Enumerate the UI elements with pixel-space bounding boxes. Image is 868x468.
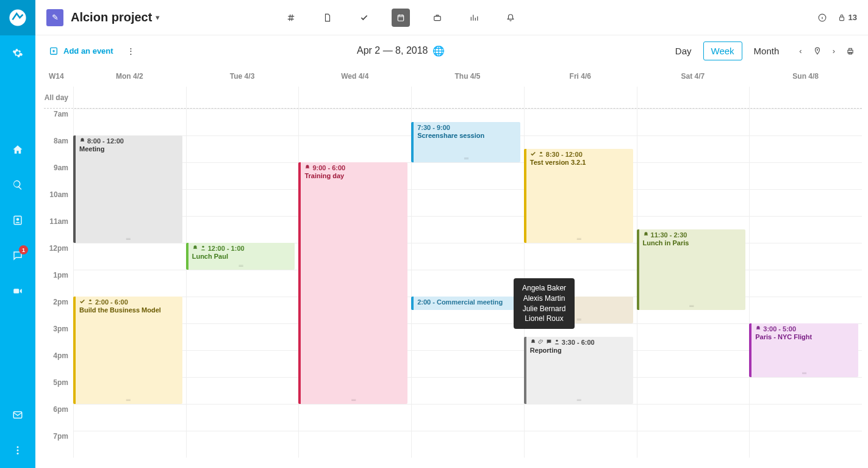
view-week[interactable]: Week	[703, 41, 742, 60]
kebab-icon[interactable]: ⋮	[127, 46, 135, 56]
briefcase-icon[interactable]	[428, 9, 447, 27]
subbar: Add an event ⋮ Apr 2 — 8, 2018 🌐 Day Wee…	[35, 35, 868, 66]
hour-label: 9am	[44, 162, 73, 189]
member-count-value: 13	[848, 13, 857, 22]
add-event-label: Add an event	[63, 46, 113, 56]
svg-point-17	[89, 300, 91, 301]
topbar: ✎ Alcion project ▾ 13	[35, 0, 868, 35]
chevron-down-icon[interactable]: ▾	[156, 13, 160, 22]
home-icon[interactable]	[0, 132, 35, 167]
event-meeting[interactable]: 8:00 - 12:00Meeting═	[73, 135, 182, 243]
event-screenshare[interactable]: 7:30 - 9:00Screenshare session═	[411, 122, 520, 162]
event-title: Training day	[304, 172, 404, 179]
drag-handle-icon[interactable]: ═	[239, 262, 245, 269]
event-time: 2:00 - 6:00	[95, 298, 128, 306]
svg-point-18	[202, 246, 204, 248]
event-title: Lunch in Paris	[643, 239, 742, 247]
hour-label: 1pm	[44, 270, 73, 297]
view-day[interactable]: Day	[667, 41, 700, 60]
file-icon[interactable]	[318, 9, 337, 27]
drag-handle-icon[interactable]: ═	[464, 155, 470, 162]
svg-point-0	[9, 9, 26, 26]
info-icon[interactable]	[818, 13, 827, 23]
contacts-icon[interactable]	[0, 203, 35, 238]
allday-label: All day	[44, 93, 73, 102]
allday-row: All day	[44, 87, 862, 109]
drag-handle-icon[interactable]: ═	[577, 316, 583, 323]
event-time: 12:00 - 1:00	[208, 245, 245, 252]
allday-slot[interactable]	[186, 87, 299, 108]
search-icon[interactable]	[0, 167, 35, 203]
project-icon[interactable]: ✎	[46, 9, 63, 26]
svg-point-6	[17, 450, 19, 452]
chat-icon[interactable]: 1	[0, 238, 35, 273]
allday-slot[interactable]	[524, 87, 637, 108]
video-icon[interactable]	[0, 273, 35, 309]
drag-handle-icon[interactable]: ═	[802, 370, 808, 376]
drag-handle-icon[interactable]: ═	[689, 303, 695, 309]
event-training[interactable]: 9:00 - 6:00Training day═	[298, 162, 407, 404]
event-title: Build the Business Model	[79, 306, 179, 314]
day-header: Sat 4/7	[637, 72, 750, 81]
calendar-icon[interactable]	[392, 9, 410, 27]
drag-handle-icon[interactable]: ═	[126, 397, 132, 403]
mail-icon[interactable]	[0, 397, 35, 433]
gear-icon[interactable]	[0, 35, 35, 71]
svg-rect-11	[839, 16, 844, 20]
hour-label: 10am	[44, 189, 73, 216]
svg-rect-9	[434, 16, 441, 20]
allday-slot[interactable]	[749, 87, 862, 108]
drag-handle-icon[interactable]: ═	[351, 397, 357, 403]
view-month[interactable]: Month	[746, 41, 787, 60]
stats-icon[interactable]	[465, 9, 483, 27]
allday-slot[interactable]	[73, 87, 186, 108]
event-reporting[interactable]: 3:30 - 6:00Reporting═	[524, 337, 633, 404]
event-time: 3:00 - 5:00	[763, 325, 796, 333]
drag-handle-icon[interactable]: ═	[577, 397, 583, 403]
event-test_version[interactable]: 8:30 - 12:00Test version 3.2.1═	[524, 149, 633, 243]
drag-handle-icon[interactable]: ═	[577, 236, 583, 242]
event-biz_model[interactable]: 2:00 - 6:00Build the Business Model═	[73, 297, 182, 404]
allday-slot[interactable]	[411, 87, 524, 108]
drag-handle-icon[interactable]: ═	[126, 236, 132, 242]
more-icon[interactable]	[0, 433, 35, 468]
event-lunch_paris[interactable]: 11:30 - 2:30Lunch in Paris═	[637, 229, 746, 310]
event-time: 3:30 - 6:00	[562, 339, 595, 346]
allday-slot[interactable]	[298, 87, 411, 108]
date-range-text: Apr 2 — 8, 2018	[357, 45, 428, 56]
svg-rect-8	[398, 15, 404, 20]
svg-point-21	[556, 340, 558, 342]
hash-icon[interactable]	[282, 9, 300, 27]
event-lunch_paul[interactable]: 12:00 - 1:00Lunch Paul═	[186, 243, 295, 270]
member-count[interactable]: 13	[838, 13, 857, 22]
next-icon[interactable]: ›	[833, 46, 835, 56]
bell-icon[interactable]	[501, 9, 520, 27]
hour-label: 11am	[44, 216, 73, 243]
event-title: Lunch Paul	[192, 253, 292, 260]
svg-rect-3	[13, 289, 19, 293]
globe-icon[interactable]: 🌐	[432, 45, 445, 57]
allday-slot[interactable]	[637, 87, 750, 108]
pin-icon[interactable]	[813, 46, 822, 56]
add-event-button[interactable]: Add an event	[49, 46, 113, 56]
project-title[interactable]: Alcion project	[71, 10, 152, 24]
app-logo[interactable]	[0, 0, 35, 35]
hour-label: 5pm	[44, 377, 73, 404]
hour-label: 7am	[44, 109, 73, 135]
event-paris_flight[interactable]: 3:00 - 5:00Paris - NYC Flight═	[749, 323, 858, 377]
hour-label: 12pm	[44, 243, 73, 270]
check-icon[interactable]	[355, 9, 373, 27]
event-title: Meeting	[79, 145, 179, 153]
week-number: W14	[44, 72, 73, 81]
day-header: Mon 4/2	[73, 72, 186, 81]
hour-label: 6pm	[44, 404, 73, 431]
event-title: Screenshare session	[417, 132, 517, 139]
print-icon[interactable]	[846, 46, 855, 56]
nav-icons	[282, 9, 520, 27]
svg-point-7	[17, 453, 19, 455]
chat-badge: 1	[19, 245, 28, 254]
date-range: Apr 2 — 8, 2018 🌐	[135, 45, 667, 57]
prev-icon[interactable]: ‹	[799, 46, 802, 56]
calendar-body[interactable]: 7am8am9am10am11am12pm1pm2pm3pm4pm5pm6pm7…	[44, 109, 862, 468]
day-header: Thu 4/5	[411, 72, 524, 81]
